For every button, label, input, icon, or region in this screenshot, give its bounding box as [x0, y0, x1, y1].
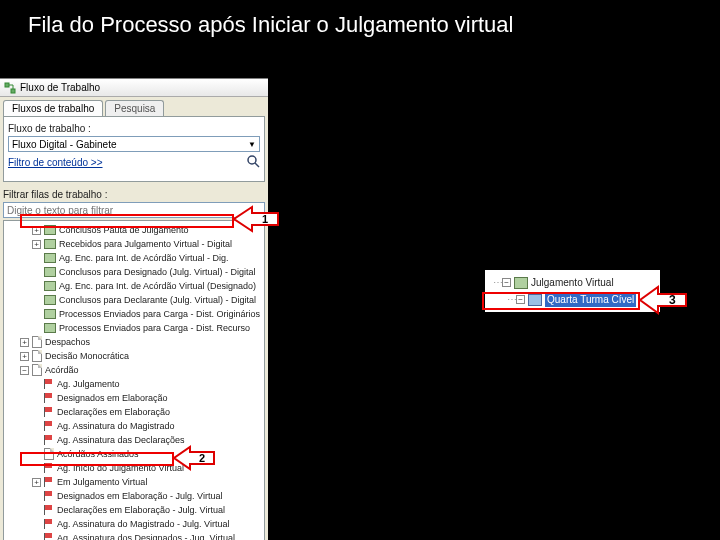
tree-node[interactable]: Designados em Elaboração: [4, 391, 264, 405]
window-title: Fluxo de Trabalho: [20, 82, 100, 93]
tree-node-label: Ag. Julgamento: [57, 377, 120, 391]
tree-node[interactable]: +Em Julgamento Virtual: [4, 475, 264, 489]
tree-node-label: Recebidos para Julgamento Virtual - Digi…: [59, 237, 232, 251]
inset-item[interactable]: ⋯ − Julgamento Virtual: [489, 274, 656, 291]
tree-node-label: Designados em Elaboração: [57, 391, 168, 405]
folder-icon: [44, 309, 56, 319]
flag-icon: [44, 393, 54, 403]
flag-icon: [44, 477, 54, 487]
tree-node[interactable]: Conclusos para Designado (Julg. Virtual)…: [4, 265, 264, 279]
folder-icon: [44, 225, 56, 235]
flag-icon: [44, 407, 54, 417]
flag-icon: [44, 519, 54, 529]
tree-node-label: Conclusos Pauta de Julgamento: [59, 223, 189, 237]
tree-node-label: Ag. Assinatura do Magistrado - Julg. Vir…: [57, 517, 229, 531]
flow-combo[interactable]: Fluxo Digital - Gabinete ▼: [8, 136, 260, 152]
tree-node-label: Despachos: [45, 335, 90, 349]
flag-icon: [44, 491, 54, 501]
tree-node[interactable]: Declarações em Elaboração - Julg. Virtua…: [4, 503, 264, 517]
tree-node-label: Processos Enviados para Carga - Dist. Re…: [59, 321, 250, 335]
workflow-panel: Fluxo de trabalho : Fluxo Digital - Gabi…: [3, 116, 265, 182]
tree-node[interactable]: Ag. Assinatura dos Designados - Jug. Vir…: [4, 531, 264, 540]
tree-node[interactable]: Designados em Elaboração - Julg. Virtual: [4, 489, 264, 503]
tree-node[interactable]: +Conclusos Pauta de Julgamento: [4, 223, 264, 237]
flow-combo-value: Fluxo Digital - Gabinete: [12, 139, 117, 150]
tree-node-label: Em Julgamento Virtual: [57, 475, 147, 489]
flow-label: Fluxo de trabalho :: [8, 123, 260, 134]
workflow-icon: [4, 82, 16, 94]
page-icon: [44, 448, 54, 460]
expander-minus-icon[interactable]: −: [502, 278, 511, 287]
tree-node[interactable]: +Despachos: [4, 335, 264, 349]
tree-node[interactable]: Declarações em Elaboração: [4, 405, 264, 419]
tree-node-label: Decisão Monocrática: [45, 349, 129, 363]
tree-node-label: Processos Enviados para Carga - Dist. Or…: [59, 307, 260, 321]
folder-icon: [514, 277, 528, 289]
filter-queues-label: Filtrar filas de trabalho :: [3, 189, 265, 200]
tree-node[interactable]: Processos Enviados para Carga - Dist. Or…: [4, 307, 264, 321]
svg-rect-0: [5, 83, 9, 87]
expander-plus-icon[interactable]: +: [32, 226, 41, 235]
tabs: Fluxos de trabalho Pesquisa: [0, 97, 268, 116]
expander-plus-icon[interactable]: +: [32, 240, 41, 249]
svg-line-3: [255, 163, 259, 167]
folder-icon: [528, 294, 542, 306]
inset-item-selected[interactable]: ⋯ − Quarta Turma Cível: [489, 291, 656, 308]
page-icon: [32, 350, 42, 362]
tree-node-label: Acórdão: [45, 363, 79, 377]
expander-plus-icon[interactable]: +: [20, 352, 29, 361]
expander-minus-icon[interactable]: −: [20, 366, 29, 375]
tab-workflows[interactable]: Fluxos de trabalho: [3, 100, 103, 116]
folder-icon: [44, 253, 56, 263]
folder-icon: [44, 323, 56, 333]
inset-label: Julgamento Virtual: [531, 276, 614, 290]
expander-plus-icon[interactable]: +: [20, 338, 29, 347]
workflow-window: Fluxo de Trabalho Fluxos de trabalho Pes…: [0, 78, 268, 540]
tree-node[interactable]: Ag. Assinatura do Magistrado - Julg. Vir…: [4, 517, 264, 531]
page-icon: [32, 336, 42, 348]
folder-icon: [44, 267, 56, 277]
tree-node-label: Declarações em Elaboração - Julg. Virtua…: [57, 503, 225, 517]
tab-search[interactable]: Pesquisa: [105, 100, 164, 116]
inset-label-selected: Quarta Turma Cível: [545, 293, 636, 307]
tree-node-label: Ag. Assinatura do Magistrado: [57, 419, 175, 433]
inset-panel: ⋯ − Julgamento Virtual ⋯ − Quarta Turma …: [485, 270, 660, 312]
filter-input[interactable]: [3, 202, 265, 218]
tree-node[interactable]: Acórdãos Assinados: [4, 447, 264, 461]
tree-node[interactable]: −Acórdão: [4, 363, 264, 377]
folder-icon: [44, 295, 56, 305]
tree-node[interactable]: +Decisão Monocrática: [4, 349, 264, 363]
folder-icon: [44, 239, 56, 249]
flag-icon: [44, 421, 54, 431]
callout-number-3: 3: [669, 293, 676, 307]
tree-node-label: Ag. Assinatura dos Designados - Jug. Vir…: [57, 531, 235, 540]
tree-node[interactable]: Ag. Assinatura das Declarações: [4, 433, 264, 447]
content-filter-link[interactable]: Filtro de conteúdo >>: [8, 157, 103, 168]
tree-node-label: Ag. Início do Julgamento Virtual: [57, 461, 184, 475]
expander-minus-icon[interactable]: −: [516, 295, 525, 304]
tree-node[interactable]: Ag. Julgamento: [4, 377, 264, 391]
tree-node-label: Conclusos para Declarante (Julg. Virtual…: [59, 293, 256, 307]
search-icon[interactable]: [246, 154, 260, 168]
tree-node[interactable]: Processos Enviados para Carga - Dist. Re…: [4, 321, 264, 335]
page-icon: [32, 364, 42, 376]
tree-node[interactable]: Ag. Assinatura do Magistrado: [4, 419, 264, 433]
svg-rect-1: [11, 89, 15, 93]
flag-icon: [44, 463, 54, 473]
window-titlebar: Fluxo de Trabalho: [0, 79, 268, 97]
tree-node-label: Acórdãos Assinados: [57, 447, 139, 461]
tree-node-label: Ag. Enc. para Int. de Acórdão Virtual (D…: [59, 279, 256, 293]
tree-node[interactable]: +Recebidos para Julgamento Virtual - Dig…: [4, 237, 264, 251]
tree-node[interactable]: Ag. Enc. para Int. de Acórdão Virtual - …: [4, 251, 264, 265]
workflow-tree[interactable]: +Conclusos Pauta de Julgamento+Recebidos…: [3, 220, 265, 540]
tree-node[interactable]: Ag. Início do Julgamento Virtual: [4, 461, 264, 475]
flag-icon: [44, 435, 54, 445]
flag-icon: [44, 533, 54, 540]
tree-node-label: Ag. Assinatura das Declarações: [57, 433, 185, 447]
flag-icon: [44, 379, 54, 389]
tree-node[interactable]: Ag. Enc. para Int. de Acórdão Virtual (D…: [4, 279, 264, 293]
flag-icon: [44, 505, 54, 515]
tree-node[interactable]: Conclusos para Declarante (Julg. Virtual…: [4, 293, 264, 307]
expander-plus-icon[interactable]: +: [32, 478, 41, 487]
tree-node-label: Conclusos para Designado (Julg. Virtual)…: [59, 265, 255, 279]
